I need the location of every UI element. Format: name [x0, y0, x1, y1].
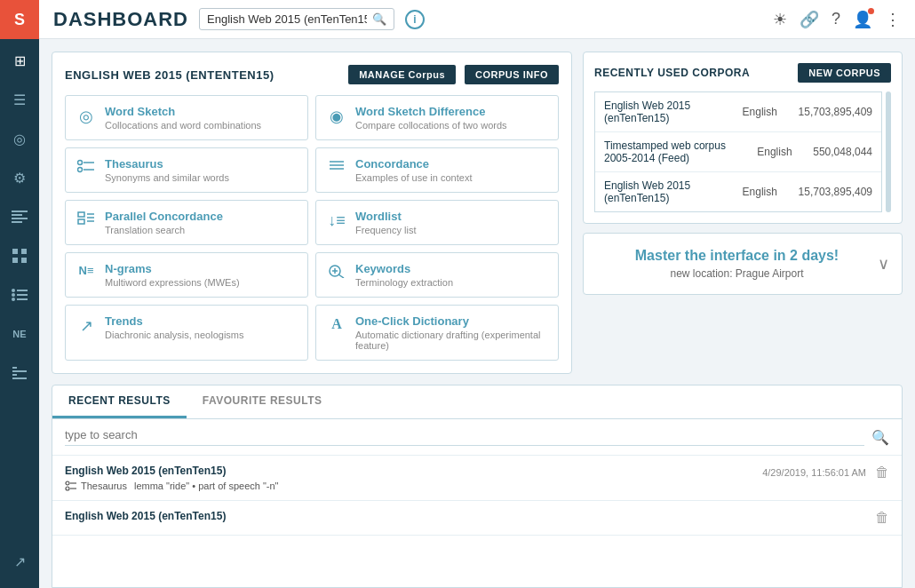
scrollbar[interactable] — [886, 91, 891, 212]
corpus-search-box[interactable]: 🔍 — [199, 8, 394, 30]
trends-title: Trends — [105, 314, 244, 328]
manage-corpus-button[interactable]: MANAGE Corpus — [348, 65, 456, 84]
word-sketch-diff-desc: Compare collocations of two words — [355, 120, 507, 131]
tool-word-sketch[interactable]: ◎ Word Sketch Collocations and word comb… — [65, 95, 308, 140]
notification-icon[interactable]: 👤 — [853, 10, 872, 29]
tool-wordlist[interactable]: ↓≡ Wordlist Frequency list — [315, 200, 559, 245]
svg-rect-2 — [12, 218, 28, 219]
wordlist-desc: Frequency list — [355, 225, 416, 235]
menu-icon[interactable]: ⋮ — [885, 10, 901, 29]
result-item[interactable]: English Web 2015 (enTenTen15) 🗑 — [52, 501, 902, 536]
content-area: ENGLISH WEB 2015 (ENTENTEN15) MANAGE Cor… — [39, 39, 915, 588]
sidebar-item-collocations[interactable] — [0, 355, 39, 391]
trends-icon: ↗ — [76, 316, 96, 336]
new-corpus-button[interactable]: NEW CORPUS — [798, 63, 891, 83]
tab-recent-results[interactable]: RECENT RESULTS — [52, 385, 187, 418]
svg-rect-3 — [12, 221, 22, 223]
corpora-row[interactable]: Timestamped web corpus 2005-2014 (Feed) … — [595, 132, 881, 172]
wordlist-title: Wordlist — [355, 210, 416, 223]
ngrams-icon: N≡ — [76, 264, 96, 277]
results-tabs: RECENT RESULTS FAVOURITE RESULTS — [52, 385, 902, 419]
tool-thesaurus[interactable]: Thesaurus Synonyms and similar words — [65, 147, 308, 193]
results-search-bar: 🔍 — [52, 419, 902, 456]
sidebar-item-grid[interactable] — [0, 238, 39, 274]
word-sketch-title: Word Sketch — [105, 105, 261, 118]
sidebar-item-ne[interactable]: NE — [0, 316, 39, 352]
tip-subtitle: new location: Prague Airport — [596, 267, 878, 280]
one-click-dict-icon: A — [327, 316, 346, 332]
corpora-item-name: English Web 2015 (enTenTen15) — [604, 99, 736, 124]
wordlist-icon: ↓≡ — [327, 211, 346, 230]
concordance-title: Concordance — [355, 157, 472, 171]
svg-point-20 — [78, 168, 83, 172]
keywords-icon — [327, 264, 346, 282]
corpus-info-button[interactable]: CORPUS INFO — [465, 65, 559, 84]
right-panel: RECENTLY USED CORPORA NEW CORPUS English… — [583, 52, 903, 374]
results-search-input[interactable] — [65, 428, 864, 446]
corpora-item-name: English Web 2015 (enTenTen15) — [604, 179, 736, 204]
info-icon[interactable]: i — [405, 10, 425, 29]
result-query: lemma "ride" • part of speech "-n" — [134, 481, 279, 491]
logo-text: S — [14, 11, 25, 29]
corpora-list-container: English Web 2015 (enTenTen15) English 15… — [594, 91, 891, 212]
corpora-item-lang: English — [743, 186, 792, 198]
svg-rect-26 — [78, 219, 84, 224]
svg-point-36 — [66, 487, 69, 490]
concordance-icon — [327, 159, 346, 178]
sidebar-item-target[interactable]: ◎ — [0, 121, 39, 156]
sidebar-bottom: ↗ — [0, 540, 39, 579]
corpus-search-input[interactable] — [207, 12, 367, 26]
svg-rect-0 — [12, 211, 28, 212]
tool-grid: ◎ Word Sketch Collocations and word comb… — [65, 95, 559, 361]
thesaurus-desc: Synonyms and similar words — [105, 172, 229, 183]
corpora-row[interactable]: English Web 2015 (enTenTen15) English 15… — [595, 172, 881, 211]
tool-trends[interactable]: ↗ Trends Diachronic analysis, neologisms — [65, 305, 308, 361]
corpora-list: English Web 2015 (enTenTen15) English 15… — [594, 91, 882, 212]
svg-rect-14 — [12, 367, 17, 369]
sidebar-item-home[interactable]: ⊞ — [0, 43, 39, 78]
sidebar-item-bars[interactable] — [0, 199, 39, 234]
page-title: DASHBOARD — [53, 8, 188, 31]
sidebar-item-list[interactable]: ☰ — [0, 82, 39, 117]
result-item[interactable]: English Web 2015 (enTenTen15) Thesaurus … — [52, 456, 902, 501]
tool-parallel-concordance[interactable]: Parallel Concordance Translation search — [65, 200, 308, 245]
tool-keywords[interactable]: Keywords Terminology extraction — [315, 252, 559, 298]
tool-concordance[interactable]: Concordance Examples of use in context — [315, 147, 559, 193]
tool-one-click-dict[interactable]: A One-Click Dictionary Automatic diction… — [315, 305, 559, 361]
sidebar-logo[interactable]: S — [0, 0, 39, 39]
ngrams-title: N-grams — [105, 262, 240, 275]
concordance-desc: Examples of use in context — [355, 172, 472, 183]
sidebar-item-trends[interactable]: ↗ — [0, 544, 39, 579]
thesaurus-title: Thesaurus — [105, 157, 229, 171]
svg-rect-11 — [17, 294, 28, 296]
tip-panel: Master the interface in 2 days! new loca… — [583, 233, 903, 295]
svg-rect-15 — [12, 370, 27, 372]
tip-chevron-icon[interactable]: ∨ — [878, 254, 889, 274]
tip-title: Master the interface in 2 days! — [596, 248, 878, 264]
tab-favourite-results[interactable]: FAVOURITE RESULTS — [187, 385, 338, 418]
sidebar-item-settings[interactable]: ⚙ — [0, 160, 39, 195]
help-icon[interactable]: ? — [831, 10, 840, 28]
theme-icon[interactable]: ☀ — [773, 10, 787, 29]
result-type: Thesaurus — [65, 481, 127, 491]
svg-rect-13 — [17, 298, 28, 300]
main-area: DASHBOARD 🔍 i ☀ 🔗 ? 👤 ⋮ ENGLISH WEB 2015… — [39, 0, 915, 588]
keywords-desc: Terminology extraction — [355, 277, 453, 288]
sidebar-item-alt-list[interactable] — [0, 277, 39, 313]
corpora-row[interactable]: English Web 2015 (enTenTen15) English 15… — [595, 92, 881, 132]
ngrams-desc: Multiword expressions (MWEs) — [105, 277, 240, 288]
link-icon[interactable]: 🔗 — [800, 10, 819, 29]
svg-rect-25 — [78, 212, 84, 217]
word-sketch-desc: Collocations and word combinations — [105, 120, 261, 131]
keywords-title: Keywords — [355, 262, 453, 275]
tool-ngrams[interactable]: N≡ N-grams Multiword expressions (MWEs) — [65, 252, 308, 298]
topbar: DASHBOARD 🔍 i ☀ 🔗 ? 👤 ⋮ — [39, 0, 915, 39]
result-delete-icon[interactable]: 🗑 — [875, 465, 889, 481]
svg-rect-16 — [12, 374, 17, 376]
search-icon: 🔍 — [372, 12, 386, 26]
svg-line-31 — [338, 274, 344, 278]
results-list: English Web 2015 (enTenTen15) Thesaurus … — [52, 456, 902, 587]
tool-word-sketch-diff[interactable]: ◉ Word Sketch Difference Compare colloca… — [315, 95, 559, 140]
svg-point-34 — [66, 481, 69, 485]
result-delete-icon[interactable]: 🗑 — [875, 510, 889, 526]
